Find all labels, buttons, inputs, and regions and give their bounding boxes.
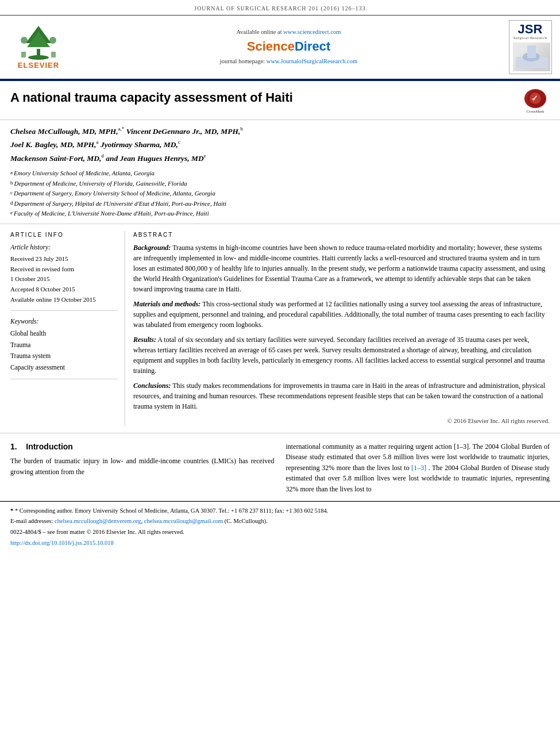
results-label: Results: (133, 336, 156, 344)
email-label: E-mail addresses: (10, 518, 53, 524)
article-title-section: A national trauma capacity assessment of… (0, 81, 560, 120)
jsr-subtitle: Surgical Research (513, 36, 548, 41)
corresponding-star: * (10, 507, 13, 514)
keyword-1: Global health (10, 328, 118, 340)
email-suffix: (C. McCullough). (225, 518, 268, 524)
authors-line: Chelsea McCullough, MD, MPH,a,* Vincent … (10, 125, 550, 165)
abstract-background: Background: Trauma systems in high-incom… (133, 243, 550, 294)
author3-name: Joel K. Bagley, MD, MPH, (10, 140, 96, 149)
keyword-3: Trauma system (10, 351, 118, 362)
abstract-results: Results: A total of six secondary and si… (133, 334, 550, 376)
author6-sup: e (204, 153, 206, 159)
jsr-box: JSR Surgical Research (509, 20, 552, 74)
keywords-block: Keywords: Global health Trauma Trauma sy… (10, 317, 118, 379)
doi-link[interactable]: http://dx.doi.org/10.1016/j.jss.2015.10.… (10, 540, 114, 546)
affil-c: c Department of Surgery, Emory Universit… (10, 189, 550, 199)
history-label: Article history: (10, 243, 118, 252)
revised-date: 1 October 2015 (10, 274, 118, 284)
abstract-conclusions: Conclusions: This study makes recommenda… (133, 380, 550, 411)
conclusions-text: This study makes recommendations for imp… (133, 382, 545, 410)
svg-text:✓: ✓ (531, 94, 538, 103)
doi-line: http://dx.doi.org/10.1016/j.jss.2015.10.… (10, 539, 550, 548)
journal-name: JOURNAL OF SURGICAL RESEARCH 201 (2016) … (194, 5, 366, 11)
svg-point-5 (49, 37, 56, 44)
copyright-line: © 2016 Elsevier Inc. All rights reserved… (133, 416, 550, 426)
homepage-url: www.JournalofSurgicalResearch.com (267, 58, 357, 64)
journal-homepage: journal homepage: www.JournalofSurgicalR… (76, 57, 501, 66)
affiliations: a Emory University School of Medicine, A… (10, 168, 550, 219)
intro-right-text: international community as a matter requ… (286, 441, 550, 495)
affil-b: b Department of Medicine, University of … (10, 179, 550, 189)
email1-link[interactable]: chelsea.mccullough@denverem.org (55, 518, 141, 524)
affil-d: d Department of Surgery, Hôpital de l'Un… (10, 199, 550, 209)
crossmark-badge[interactable]: ✓ CrossMark (521, 89, 550, 115)
article-title: A national trauma capacity assessment of… (10, 89, 521, 107)
crossmark-icon: ✓ (524, 89, 546, 108)
accepted-date: Accepted 8 October 2015 (10, 284, 118, 295)
abstract-header: ABSTRACT (133, 231, 550, 239)
elsevier-logo: ELSEVIER (7, 23, 70, 71)
main-content: ARTICLE INFO Article history: Received 2… (0, 224, 560, 433)
background-text: Trauma systems in high-income countries … (133, 244, 545, 293)
svg-point-4 (21, 37, 28, 44)
author4-sup: c (178, 139, 180, 145)
available-online-date: Available online 19 October 2015 (10, 295, 118, 305)
author1-name: Chelsea McCullough, MD, MPH, (10, 126, 118, 135)
background-label: Background: (133, 244, 171, 252)
corresponding-line: * * Corresponding author. Emory Universi… (10, 506, 550, 516)
jsr-letters: JSR (513, 23, 548, 36)
conclusions-label: Conclusions: (133, 382, 171, 390)
intro-left-col: 1. Introduction The burden of traumatic … (10, 441, 275, 495)
abstract-methods: Materials and methods: This cross-sectio… (133, 299, 550, 330)
two-col-body: 1. Introduction The burden of traumatic … (10, 441, 550, 495)
journal-header: JOURNAL OF SURGICAL RESEARCH 201 (2016) … (0, 0, 560, 16)
article-history-block: Article history: Received 23 July 2015 R… (10, 243, 118, 311)
affil-e: e Faculty of Medicine, L'Université Notr… (10, 209, 550, 219)
author6-name: and Jean Hugues Henrys, MD (106, 153, 204, 162)
footer-section: * * Corresponding author. Emory Universi… (0, 501, 560, 554)
author4-name: Jyotirmay Sharma, MD, (101, 140, 178, 149)
license-line: 0022-4804/$ – see front matter © 2016 El… (10, 528, 550, 537)
sciencedirect-url-link[interactable]: www.sciencedirect.com (283, 29, 341, 35)
available-text: Available online at www.sciencedirect.co… (76, 28, 501, 37)
top-banner: ELSEVIER Available online at www.science… (0, 16, 560, 80)
jsr-image (513, 43, 550, 71)
corresponding-label: * Corresponding author. (15, 507, 74, 514)
author2-sup: b (240, 126, 243, 132)
jsr-logo: JSR Surgical Research (507, 20, 553, 74)
received-date: Received 23 July 2015 (10, 254, 118, 264)
svg-rect-6 (21, 52, 26, 57)
authors-section: Chelsea McCullough, MD, MPH,a,* Vincent … (0, 120, 560, 224)
left-column: ARTICLE INFO Article history: Received 2… (10, 231, 125, 426)
svg-point-1 (28, 55, 49, 60)
sd-blue-text: Direct (295, 39, 330, 53)
author3-sup: a (96, 139, 99, 145)
right-column: ABSTRACT Background: Trauma systems in h… (133, 231, 550, 426)
received-revised-label: Received in revised form (10, 264, 118, 275)
svg-rect-7 (51, 52, 56, 57)
elsevier-text: ELSEVIER (18, 60, 59, 71)
intro-right-col: international community as a matter requ… (286, 441, 550, 495)
intro-left-text: The burden of traumatic injury in low- a… (10, 456, 275, 477)
methods-label: Materials and methods: (133, 300, 200, 308)
email2-link[interactable]: chelsea.mccullough@gmail.com (144, 518, 223, 524)
author5-sup: d (101, 153, 104, 159)
introduction-section: 1. Introduction The burden of traumatic … (0, 433, 560, 501)
email-line: E-mail addresses: chelsea.mccullough@den… (10, 517, 550, 526)
abstract-content: Background: Trauma systems in high-incom… (133, 243, 550, 426)
keyword-4: Capacity assessment (10, 362, 118, 374)
elsevier-tree-icon (16, 23, 61, 60)
results-text: A total of six secondary and six tertiar… (133, 336, 545, 375)
corresponding-text: Emory University School of Medicine, Atl… (75, 507, 328, 514)
affil-a: a Emory University School of Medicine, A… (10, 168, 550, 179)
author2-name: Vincent DeGennaro Jr., MD, MPH, (126, 126, 241, 135)
author5-name: Mackenson Saint-Fort, MD, (10, 153, 101, 162)
crossmark-label: CrossMark (526, 109, 544, 115)
svg-rect-10 (527, 45, 536, 58)
sd-orange-text: Science (247, 39, 295, 53)
author1-sup: a,* (118, 126, 125, 132)
intro-number-title: 1. Introduction (10, 441, 275, 453)
keywords-label: Keywords: (10, 317, 118, 326)
ref-link-1-3[interactable]: [1–3] (411, 464, 426, 472)
sciencedirect-title: ScienceDirect (76, 38, 501, 56)
